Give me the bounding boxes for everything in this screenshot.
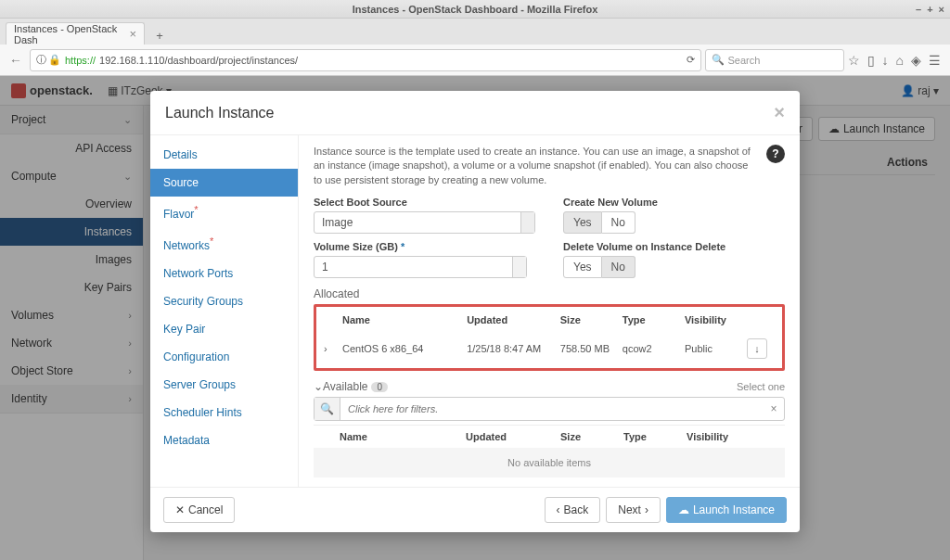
- window-title: Instances - OpenStack Dashboard - Mozill…: [353, 4, 598, 15]
- allocated-row: › CentOS 6 x86_64 1/25/18 8:47 AM 758.50…: [316, 331, 782, 366]
- step-configuration[interactable]: Configuration: [150, 343, 298, 371]
- col-visibility: Visibility: [687, 431, 750, 442]
- url-scheme: https://: [65, 55, 96, 66]
- volume-size-label: Volume Size (GB) *: [314, 241, 535, 252]
- create-volume-label: Create New Volume: [563, 197, 785, 208]
- url-text: 192.168.1.110/dashboard/project/instance…: [99, 55, 298, 66]
- navbar: ← ⓘ 🔒 https://192.168.1.110/dashboard/pr…: [0, 45, 950, 76]
- window-titlebar: Instances - OpenStack Dashboard - Mozill…: [0, 0, 950, 19]
- create-volume-yes[interactable]: Yes: [563, 211, 602, 234]
- step-flavor[interactable]: Flavor*: [150, 197, 298, 228]
- col-updated: Updated: [467, 314, 560, 325]
- row-updated: 1/25/18 8:47 AM: [467, 343, 560, 354]
- lock-icon: 🔒: [48, 54, 61, 66]
- wizard-content: Instance source is the template used to …: [299, 135, 800, 487]
- step-networks[interactable]: Networks*: [150, 228, 298, 260]
- close-modal-icon[interactable]: ×: [774, 102, 785, 123]
- wizard-nav: Details Source Flavor* Networks* Network…: [150, 135, 299, 487]
- next-button[interactable]: Next ›: [606, 497, 661, 523]
- menu-icon[interactable]: ☰: [929, 53, 941, 68]
- filter-input[interactable]: [340, 403, 764, 414]
- pocket-icon[interactable]: ◈: [911, 53, 921, 68]
- back-button[interactable]: ←: [6, 50, 26, 70]
- select-one-hint: Select one: [737, 381, 785, 392]
- allocated-label: Allocated: [314, 287, 785, 300]
- col-size: Size: [560, 314, 623, 325]
- boot-source-label: Select Boot Source: [314, 197, 535, 208]
- step-source[interactable]: Source: [150, 169, 298, 197]
- col-type: Type: [623, 431, 687, 442]
- tabbar: Instances - OpenStack Dash × +: [0, 19, 950, 45]
- home-icon[interactable]: ⌂: [896, 53, 904, 68]
- step-metadata[interactable]: Metadata: [150, 426, 298, 454]
- delete-volume-yes[interactable]: Yes: [563, 256, 602, 278]
- row-type: qcow2: [623, 343, 685, 354]
- search-placeholder: Search: [728, 55, 761, 66]
- create-volume-toggle: Yes No: [563, 211, 635, 234]
- col-size: Size: [560, 431, 623, 442]
- back-button[interactable]: ‹ Back: [545, 497, 601, 523]
- source-description: Instance source is the template used to …: [314, 145, 759, 187]
- search-icon: 🔍: [712, 54, 725, 66]
- maximize-icon[interactable]: +: [927, 4, 932, 15]
- step-security-groups[interactable]: Security Groups: [150, 287, 298, 315]
- no-available-items: No available items: [314, 448, 785, 477]
- bookmark-icon[interactable]: ☆: [848, 53, 860, 68]
- boot-source-select[interactable]: Image: [314, 211, 535, 234]
- row-name: CentOS 6 x86_64: [342, 343, 467, 354]
- available-label: Available: [323, 380, 367, 393]
- step-server-groups[interactable]: Server Groups: [150, 371, 298, 399]
- available-count: 0: [371, 382, 388, 392]
- tab-title: Instances - OpenStack Dash: [14, 23, 129, 45]
- search-icon: 🔍: [315, 398, 340, 420]
- launch-instance-submit[interactable]: ☁ Launch Instance: [666, 497, 787, 523]
- help-icon[interactable]: ?: [766, 145, 785, 163]
- volume-size-input[interactable]: 1: [314, 256, 527, 278]
- col-type: Type: [623, 314, 685, 325]
- cancel-button[interactable]: ✕ Cancel: [163, 497, 235, 523]
- chevron-down-icon[interactable]: ⌄: [314, 380, 323, 393]
- step-key-pair[interactable]: Key Pair: [150, 315, 298, 343]
- row-visibility: Public: [685, 343, 747, 354]
- download-icon[interactable]: ↓: [882, 53, 889, 68]
- col-updated: Updated: [466, 431, 560, 442]
- filter-box: 🔍 ×: [314, 397, 785, 421]
- expand-row-icon[interactable]: ›: [324, 343, 342, 354]
- delete-volume-no[interactable]: No: [602, 256, 635, 278]
- minimize-icon[interactable]: –: [916, 4, 921, 15]
- close-window-icon[interactable]: ×: [939, 4, 944, 15]
- url-bar[interactable]: ⓘ 🔒 https://192.168.1.110/dashboard/proj…: [30, 49, 701, 71]
- step-details[interactable]: Details: [150, 141, 298, 169]
- launch-instance-modal: Launch Instance × Details Source Flavor*…: [150, 91, 800, 532]
- search-box[interactable]: 🔍 Search: [705, 49, 844, 71]
- reload-icon[interactable]: ⟳: [687, 54, 695, 66]
- step-network-ports[interactable]: Network Ports: [150, 260, 298, 287]
- col-visibility: Visibility: [685, 314, 747, 325]
- new-tab-button[interactable]: +: [148, 26, 171, 45]
- col-name: Name: [342, 314, 467, 325]
- col-name: Name: [340, 431, 466, 442]
- row-size: 758.50 MB: [560, 343, 623, 354]
- close-tab-icon[interactable]: ×: [129, 27, 136, 41]
- info-icon: ⓘ: [36, 53, 46, 67]
- create-volume-no[interactable]: No: [602, 211, 635, 234]
- deallocate-button[interactable]: ↓: [747, 338, 767, 359]
- clear-filter-icon[interactable]: ×: [764, 402, 784, 415]
- modal-title: Launch Instance: [165, 105, 274, 121]
- delete-on-terminate-label: Delete Volume on Instance Delete: [563, 241, 785, 252]
- step-scheduler-hints[interactable]: Scheduler Hints: [150, 399, 298, 426]
- library-icon[interactable]: ▯: [867, 53, 875, 68]
- browser-tab[interactable]: Instances - OpenStack Dash ×: [6, 22, 145, 45]
- allocated-box: Name Updated Size Type Visibility › Cent…: [314, 304, 785, 371]
- delete-on-terminate-toggle: Yes No: [563, 256, 635, 278]
